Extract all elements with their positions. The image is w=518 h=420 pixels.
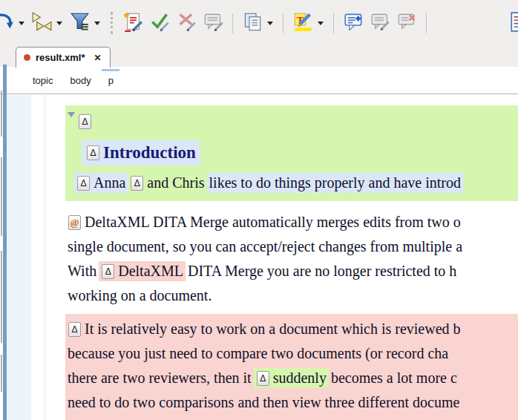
tab-bar: result.xml* ✕ [0, 46, 518, 68]
copy-group [240, 11, 275, 35]
edit-comment-button[interactable] [368, 11, 392, 35]
change-marker-button[interactable]: Δ [87, 145, 99, 160]
dropdown-caret-button[interactable] [315, 11, 326, 35]
text-line: ΔIt is relatively easy to work on a docu… [65, 317, 518, 341]
tab-close-icon[interactable]: ✕ [94, 53, 101, 62]
comment-change-icon [203, 12, 223, 34]
window-edge [1, 251, 2, 343]
text-line: single document, so you can accept/rejec… [65, 234, 518, 259]
toolbar-separator [111, 12, 113, 34]
filter-changes-button[interactable] [68, 11, 91, 35]
new-document-group [508, 11, 518, 35]
reject-change-icon [177, 12, 197, 34]
document-content[interactable]: ΔΔIntroductionΔAnna Δand Chris likes to … [65, 95, 518, 420]
text-line: need to do two comparisons and then view… [65, 390, 518, 415]
track-changes-group [121, 11, 145, 35]
toolbar-separator [333, 13, 334, 33]
chevron-down-icon [267, 22, 273, 25]
track-changes-button[interactable] [121, 11, 145, 35]
text-line: ΔIntroduction [65, 135, 518, 171]
text-segment[interactable]: ΔIt is relatively easy to work on a docu… [65, 319, 463, 339]
toolbar-separator [426, 13, 427, 33]
copy-button[interactable] [240, 11, 264, 35]
change-marker-button[interactable]: Δ [79, 114, 91, 129]
text-segment[interactable]: @DeltaXML DITA Merge automatically merge… [65, 212, 463, 232]
text-segment[interactable]: there are two reviewers, then it [65, 368, 254, 388]
navigate-changes-group [30, 11, 65, 35]
window-edge [1, 91, 2, 137]
text-line: ΔAnna Δand Chris likes to do things prop… [65, 171, 518, 195]
breadcrumb-item-p[interactable]: p [107, 73, 115, 88]
dropdown-caret-button[interactable] [16, 11, 27, 35]
text-segment[interactable]: working on a document. [65, 286, 214, 306]
new-document-button[interactable] [508, 11, 518, 35]
attribute-marker-button[interactable]: @ [68, 215, 81, 230]
tab-title: result.xml* [36, 52, 85, 63]
new-document-icon [510, 12, 518, 34]
change-marker-button[interactable]: Δ [257, 371, 269, 386]
merge-apply-icon [0, 12, 14, 34]
delete-comment-icon [397, 12, 417, 34]
text-segment[interactable]: ΔDeltaXML [99, 261, 186, 281]
dropdown-caret-button[interactable] [91, 11, 102, 35]
text-segment[interactable]: ΔIntroduction [82, 140, 200, 165]
window-edge [1, 355, 2, 392]
text-segment[interactable]: need to do two comparisons and then view… [65, 393, 462, 413]
breadcrumb-item-topic[interactable]: topic [31, 73, 54, 88]
text-segment[interactable]: With [65, 261, 99, 281]
text-segment[interactable]: single document, so you can accept/rejec… [65, 237, 465, 257]
text-segment[interactable]: because you just need to compare two doc… [65, 344, 450, 364]
edit-comment-icon [370, 12, 390, 34]
fold-toggle-icon[interactable] [68, 112, 75, 117]
reject-change-button[interactable] [174, 11, 198, 35]
text-segment[interactable]: Δsuddenly [254, 368, 329, 388]
editor-pane[interactable]: ΔΔIntroductionΔAnna Δand Chris likes to … [0, 95, 518, 420]
dropdown-caret-button[interactable] [264, 11, 275, 35]
add-comment-icon [344, 12, 364, 34]
deleted-block: ΔIt is relatively easy to work on a docu… [65, 314, 518, 420]
chevron-down-icon [56, 22, 62, 25]
text-segment[interactable]: Δand Chris [128, 173, 206, 193]
highlight-button[interactable]: T [291, 11, 315, 35]
tab-result-xml[interactable]: result.xml* ✕ [16, 47, 111, 68]
text-segment[interactable]: Δ [76, 113, 97, 131]
text-line: there are two reviewers, then it Δsudden… [65, 366, 518, 390]
text-segment[interactable]: likes to do things properly and have int… [207, 173, 463, 193]
add-comment-button[interactable] [341, 11, 365, 35]
filter-changes-icon [70, 12, 90, 34]
text-segment[interactable]: becomes a lot more c [329, 368, 459, 388]
dropdown-caret-button[interactable] [53, 11, 65, 35]
highlight-group: T [291, 11, 326, 35]
text-segment[interactable]: DITA Merge you are no longer restricted … [186, 261, 459, 281]
merge-apply-group [0, 11, 27, 35]
navigate-changes-button[interactable] [30, 11, 53, 35]
text-line: because you just need to compare two doc… [65, 341, 518, 366]
modified-indicator-dot [24, 54, 30, 61]
chevron-down-icon [318, 22, 324, 25]
breadcrumb: topicbodyp [0, 67, 518, 94]
track-changes-icon [123, 12, 143, 34]
toolbar-separator [232, 13, 233, 33]
change-marker-button[interactable]: Δ [102, 264, 114, 279]
text-line: @DeltaXML DITA Merge automatically merge… [65, 210, 518, 234]
panel-divider-bar[interactable] [3, 65, 7, 420]
fold-margin-line [45, 95, 45, 420]
window-edge [1, 157, 2, 236]
change-marker-button[interactable]: Δ [131, 176, 143, 191]
accept-change-group [148, 11, 171, 35]
text-line: working on a document. [65, 283, 518, 308]
comment-change-group [201, 11, 225, 35]
navigate-changes-icon [32, 12, 52, 34]
inserted-block: ΔΔIntroductionΔAnna Δand Chris likes to … [65, 105, 518, 201]
delete-comment-button[interactable] [395, 11, 419, 35]
change-marker-button[interactable]: Δ [68, 322, 81, 337]
edit-comment-group [368, 11, 392, 35]
merge-apply-button[interactable] [0, 11, 16, 35]
text-segment[interactable]: ΔAnna [74, 173, 128, 193]
accept-change-button[interactable] [148, 11, 171, 35]
breadcrumb-item-body[interactable]: body [68, 73, 92, 88]
comment-change-button[interactable] [201, 11, 225, 35]
toolbar-separator [283, 13, 283, 33]
editor-gutter [7, 95, 31, 420]
change-marker-button[interactable]: Δ [77, 176, 90, 191]
